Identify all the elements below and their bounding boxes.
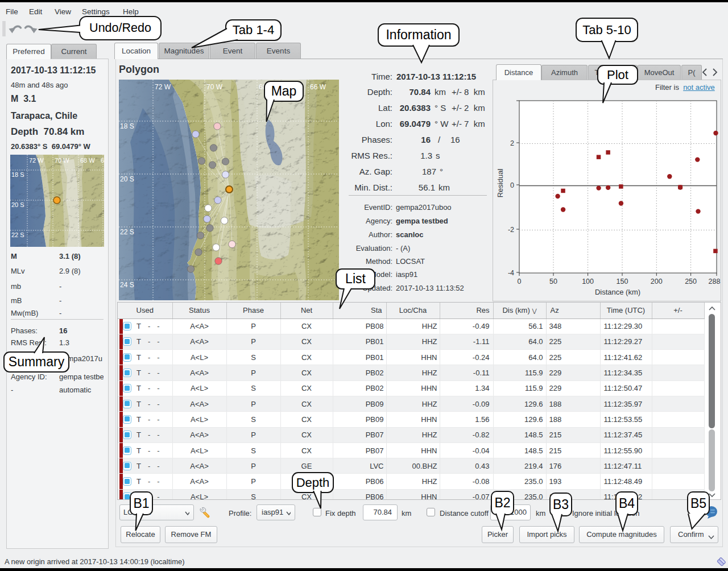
svg-text:6: 6	[101, 157, 104, 164]
svg-text:100: 100	[582, 278, 594, 286]
svg-text:18 S: 18 S	[120, 122, 134, 130]
svg-text:68 W: 68 W	[80, 157, 95, 164]
svg-text:72 W: 72 W	[29, 157, 44, 164]
svg-text:70 W: 70 W	[55, 157, 69, 164]
svg-text:Distance (km): Distance (km)	[595, 288, 640, 296]
svg-text:20 S: 20 S	[11, 201, 24, 208]
svg-text:-2: -2	[508, 226, 514, 234]
svg-text:250: 250	[685, 278, 697, 286]
svg-text:66 W: 66 W	[310, 83, 326, 91]
svg-text:Residual: Residual	[496, 169, 504, 198]
svg-text:22 S: 22 S	[120, 228, 134, 236]
svg-text:0: 0	[510, 181, 514, 189]
svg-text:200: 200	[651, 278, 663, 286]
svg-text:20 S: 20 S	[120, 175, 134, 183]
svg-text:2: 2	[510, 139, 514, 147]
svg-text:50: 50	[549, 278, 557, 286]
svg-text:24 S: 24 S	[120, 281, 134, 289]
svg-text:288: 288	[709, 278, 721, 286]
svg-text:18 S: 18 S	[11, 171, 24, 178]
svg-text:150: 150	[617, 278, 628, 286]
svg-text:0: 0	[518, 278, 522, 286]
svg-text:-4: -4	[508, 269, 514, 277]
svg-text:70 W: 70 W	[206, 83, 223, 91]
svg-text:22 S: 22 S	[11, 231, 24, 238]
svg-text:72 W: 72 W	[155, 83, 171, 91]
